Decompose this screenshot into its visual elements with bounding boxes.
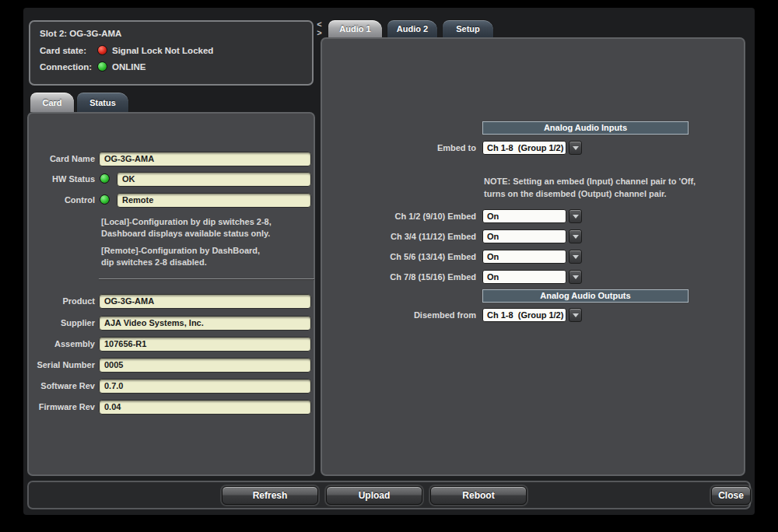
chevron-down-icon — [573, 313, 579, 317]
control-label: Control — [29, 193, 95, 208]
firmware-rev-label: Firmware Rev — [29, 400, 95, 415]
section-divider — [99, 278, 314, 280]
ch78-embed-select[interactable]: On — [482, 270, 566, 284]
software-rev-label: Software Rev — [29, 379, 95, 394]
supplier-field: AJA Video Systems, Inc. — [99, 316, 311, 331]
expand-right-icon[interactable]: > — [317, 29, 321, 37]
local-config-note-line2: Dashboard displays available status only… — [101, 228, 272, 240]
embed-note-line1: NOTE: Setting an embed (Input) channel p… — [484, 176, 696, 188]
ch34-embed-label: Ch 3/4 (11/12) Embed — [322, 229, 476, 243]
ch78-embed-label: Ch 7/8 (15/16) Embed — [322, 270, 476, 284]
card-state-row: Card state: Signal Lock Not Locked — [40, 45, 303, 55]
disembed-from-dropdown-button[interactable] — [569, 308, 582, 322]
ch56-embed-select[interactable]: On — [482, 250, 566, 264]
chevron-down-icon — [573, 255, 579, 259]
analog-audio-inputs-header: Analog Audio Inputs — [482, 121, 689, 135]
remote-config-note-line2: dip switches 2-8 disabled. — [101, 257, 260, 268]
ch12-embed-dropdown-button[interactable] — [569, 209, 582, 223]
assembly-label: Assembly — [29, 337, 95, 352]
control-field: Remote — [117, 193, 311, 208]
software-rev-field: 0.7.0 — [99, 379, 311, 394]
hw-status-led-icon — [100, 173, 110, 184]
connection-led-icon — [97, 61, 107, 72]
ch78-embed-dropdown-button[interactable] — [569, 270, 582, 284]
refresh-button[interactable]: Refresh — [222, 486, 318, 505]
chevron-down-icon — [573, 215, 579, 219]
assembly-field: 107656-R1 — [99, 337, 311, 352]
embed-to-label: Embed to — [322, 141, 476, 155]
card-info-box: Slot 2: OG-3G-AMA Card state: Signal Loc… — [29, 20, 314, 86]
tab-status[interactable]: Status — [76, 92, 129, 112]
upload-button[interactable]: Upload — [326, 486, 422, 505]
remote-config-note-line1: [Remote]-Configuration by DashBoard, — [101, 245, 260, 257]
disembed-from-label: Disembed from — [322, 308, 476, 322]
local-config-note-line1: [Local]-Configuration by dip switches 2-… — [101, 216, 272, 228]
disembed-from-select[interactable]: Ch 1-8 (Group 1/2) — [482, 308, 566, 322]
ch12-embed-label: Ch 1/2 (9/10) Embed — [322, 209, 476, 223]
connection-row: Connection: ONLINE — [40, 61, 303, 72]
tab-card[interactable]: Card — [30, 92, 75, 112]
serial-number-field: 0005 — [99, 358, 311, 373]
embed-note-line2: turns on the disembed (Output) channel p… — [484, 188, 696, 201]
control-led-icon — [100, 194, 110, 205]
audio-1-panel: Analog Audio Inputs Embed to Ch 1-8 (Gro… — [321, 37, 745, 476]
card-state-label: Card state: — [40, 46, 97, 55]
dashboard-window: Slot 2: OG-3G-AMA Card state: Signal Loc… — [23, 8, 755, 515]
analog-audio-outputs-header: Analog Audio Outputs — [482, 289, 689, 303]
card-panel: Card Name OG-3G-AMA HW Status OK Control… — [27, 112, 315, 476]
chevron-down-icon — [573, 146, 579, 150]
remote-config-note: [Remote]-Configuration by DashBoard, dip… — [101, 245, 260, 268]
hw-status-field: OK — [117, 172, 311, 187]
embed-to-dropdown-button[interactable] — [569, 141, 582, 155]
tab-audio-1[interactable]: Audio 1 — [328, 19, 383, 37]
tab-setup[interactable]: Setup — [442, 19, 494, 37]
reboot-button[interactable]: Reboot — [430, 486, 527, 505]
chevron-down-icon — [573, 235, 579, 239]
embed-to-select[interactable]: Ch 1-8 (Group 1/2) — [482, 141, 566, 155]
screen: Slot 2: OG-3G-AMA Card state: Signal Loc… — [0, 0, 778, 532]
ch56-embed-label: Ch 5/6 (13/14) Embed — [322, 250, 476, 264]
connection-value: ONLINE — [112, 62, 145, 72]
local-config-note: [Local]-Configuration by dip switches 2-… — [101, 216, 272, 239]
connection-label: Connection: — [40, 62, 97, 72]
tab-audio-2[interactable]: Audio 2 — [387, 19, 438, 37]
chevron-down-icon — [573, 275, 579, 279]
embed-note: NOTE: Setting an embed (Input) channel p… — [484, 176, 696, 200]
card-state-value: Signal Lock Not Locked — [112, 46, 213, 55]
firmware-rev-field: 0.04 — [99, 400, 311, 415]
supplier-label: Supplier — [29, 316, 95, 331]
slot-title: Slot 2: OG-3G-AMA — [40, 29, 303, 38]
close-button[interactable]: Close — [711, 486, 751, 505]
ch56-embed-dropdown-button[interactable] — [569, 250, 582, 264]
signal-lock-led-icon — [97, 45, 107, 55]
ch34-embed-dropdown-button[interactable] — [569, 229, 582, 243]
ch34-embed-select[interactable]: On — [482, 229, 566, 243]
card-name-field[interactable]: OG-3G-AMA — [99, 152, 311, 166]
card-name-label: Card Name — [29, 152, 95, 166]
product-field: OG-3G-AMA — [99, 294, 311, 309]
panel-splitter[interactable]: < > — [314, 20, 324, 37]
hw-status-label: HW Status — [29, 172, 95, 187]
ch12-embed-select[interactable]: On — [482, 209, 566, 223]
footer-bar: Refresh Upload Reboot Close — [27, 481, 751, 509]
serial-number-label: Serial Number — [29, 358, 95, 373]
product-label: Product — [29, 294, 95, 309]
